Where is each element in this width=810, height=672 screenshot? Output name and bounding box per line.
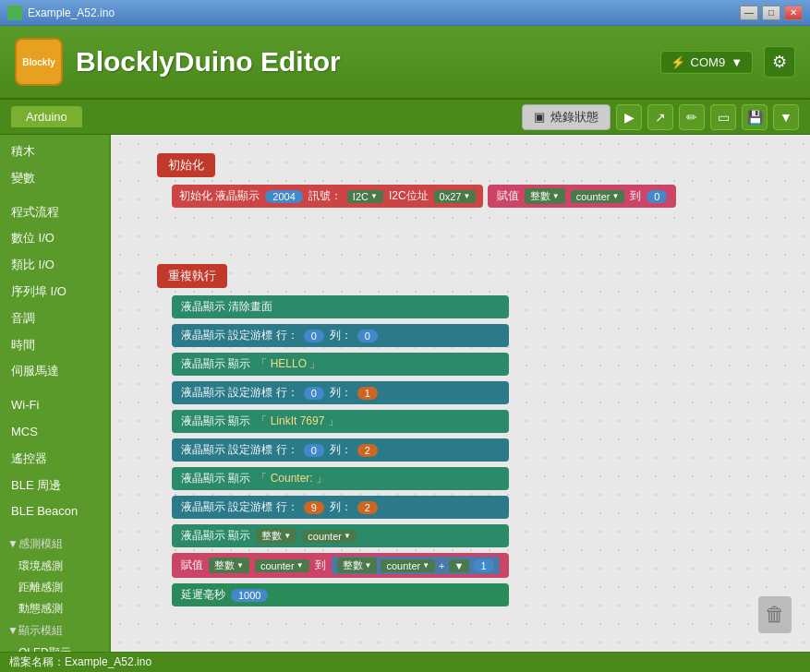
col-2-3[interactable]: 2 bbox=[357, 444, 378, 457]
counter-text: 「 Counter: 」 bbox=[256, 471, 327, 486]
init-value[interactable]: 0 bbox=[647, 190, 667, 203]
burn-icon: ▣ bbox=[534, 110, 545, 124]
sidebar-item-vars[interactable]: 變數 bbox=[0, 165, 109, 192]
math-type[interactable]: 整數 ▼ bbox=[337, 558, 378, 573]
sidebar-group-sensors[interactable]: ▼感測模組 bbox=[0, 533, 109, 556]
type-dropdown-loop[interactable]: 整數 ▼ bbox=[209, 558, 249, 573]
export-button[interactable]: ↗ bbox=[647, 104, 673, 130]
sidebar-group-display[interactable]: ▼顯示模組 bbox=[0, 619, 109, 642]
type-dropdown-init[interactable]: 整數 ▼ bbox=[525, 188, 565, 204]
lcd-show-counter-label[interactable]: 液晶顯示 顯示 「 Counter: 」 bbox=[172, 467, 509, 490]
assign-block-loop[interactable]: 賦值 整數 ▼ counter ▼ 到 整數 ▼ counter ▼ + ▼ 1 bbox=[172, 553, 509, 578]
delay-block[interactable]: 延遲毫秒 1000 bbox=[172, 583, 509, 606]
lcd-clear-label: 液晶顯示 清除畫面 bbox=[181, 299, 272, 315]
row-0-1[interactable]: 0 bbox=[304, 330, 324, 342]
sidebar-item-oled[interactable]: OLED顯示 bbox=[0, 642, 109, 652]
toolbar-right: ▣ 燒錄狀態 ▶ ↗ ✏ ▭ 💾 ▼ bbox=[522, 104, 799, 130]
lcd-cursor-label-4: 液晶顯示 設定游標 行： bbox=[181, 499, 298, 515]
lcd-cursor-label-3: 液晶顯示 設定游標 行： bbox=[181, 442, 298, 458]
sidebar-item-remote[interactable]: 遙控器 bbox=[0, 446, 109, 473]
var-dropdown-init[interactable]: counter ▼ bbox=[571, 190, 625, 203]
rect-button[interactable]: ▭ bbox=[710, 104, 736, 130]
lcd-size-value[interactable]: 2004 bbox=[265, 190, 302, 203]
plus-icon: + bbox=[439, 560, 444, 571]
lcd-show-counter-var[interactable]: 液晶顯示 顯示 整數 ▼ counter ▼ bbox=[172, 524, 509, 547]
sidebar-item-dist[interactable]: 距離感測 bbox=[0, 577, 109, 598]
init-lcd-block[interactable]: 初始化 液晶顯示 2004 訊號： I2C ▼ I2C位址 0x27 ▼ bbox=[172, 185, 483, 208]
math-var[interactable]: counter ▼ bbox=[381, 559, 435, 572]
sidebar-item-env[interactable]: 環境感測 bbox=[0, 556, 109, 577]
sidebar-item-digital[interactable]: 數位 I/O bbox=[0, 225, 109, 252]
lcd-show-label-4: 液晶顯示 顯示 bbox=[181, 528, 250, 544]
play-button[interactable]: ▶ bbox=[616, 104, 642, 130]
col-0-1[interactable]: 0 bbox=[357, 330, 378, 342]
blocks-area[interactable]: 初始化 初始化 液晶顯示 2004 訊號： I2C ▼ I2C位址 0x27 ▼… bbox=[111, 135, 810, 652]
lcd-cursor-1[interactable]: 液晶顯示 設定游標 行： 0 列： 0 bbox=[172, 324, 509, 347]
com-selector[interactable]: ⚡ COM9 ▼ bbox=[660, 51, 753, 74]
sidebar-item-mcs[interactable]: MCS bbox=[0, 419, 109, 446]
app-icon bbox=[7, 6, 22, 20]
sidebar-item-time[interactable]: 時間 bbox=[0, 332, 109, 359]
save-icon: 💾 bbox=[747, 110, 763, 125]
assign-block-init[interactable]: 賦值 整數 ▼ counter ▼ 到 0 bbox=[488, 185, 677, 208]
lcd-cursor-4[interactable]: 液晶顯示 設定游標 行： 9 列： 2 bbox=[172, 496, 509, 519]
close-button[interactable]: ✕ bbox=[784, 6, 803, 20]
row-9-4[interactable]: 9 bbox=[304, 501, 324, 514]
lcd-cursor-3[interactable]: 液晶顯示 設定游標 行： 0 列： 2 bbox=[172, 438, 509, 462]
tab-arduino[interactable]: Arduino bbox=[11, 106, 82, 127]
init-label: 初始化 bbox=[157, 153, 215, 177]
col-2-4[interactable]: 2 bbox=[357, 501, 378, 514]
header-right: ⚡ COM9 ▼ ⚙ bbox=[660, 46, 795, 78]
hello-text: 「 HELLO 」 bbox=[256, 356, 320, 372]
rect-icon: ▭ bbox=[718, 110, 730, 125]
var-show-dropdown[interactable]: counter ▼ bbox=[302, 530, 357, 543]
init-section: 初始化 初始化 液晶顯示 2004 訊號： I2C ▼ I2C位址 0x27 ▼… bbox=[157, 153, 676, 210]
assign-label-loop: 賦值 bbox=[181, 558, 203, 573]
save-button[interactable]: 💾 bbox=[742, 104, 768, 130]
math-expr[interactable]: 整數 ▼ counter ▼ + ▼ 1 bbox=[332, 557, 500, 574]
lcd-show-hello[interactable]: 液晶顯示 顯示 「 HELLO 」 bbox=[172, 353, 509, 376]
row-0-3[interactable]: 0 bbox=[304, 444, 324, 457]
sidebar-item-serial[interactable]: 序列埠 I/O bbox=[0, 279, 109, 306]
edit-icon: ✏ bbox=[686, 110, 697, 125]
edit-button[interactable]: ✏ bbox=[679, 104, 705, 130]
lcd-cursor-2[interactable]: 液晶顯示 設定游標 行： 0 列： 1 bbox=[172, 381, 509, 404]
more-button[interactable]: ▼ bbox=[773, 104, 799, 130]
sidebar-item-servo[interactable]: 伺服馬達 bbox=[0, 358, 109, 385]
sidebar-item-tone[interactable]: 音調 bbox=[0, 306, 109, 332]
loop-section: 重複執行 液晶顯示 清除畫面 液晶顯示 設定游標 行： 0 列： 0 bbox=[157, 264, 509, 608]
window-controls: — □ ✕ bbox=[740, 6, 803, 20]
logo-text: Blockly bbox=[22, 57, 55, 67]
window-title: Example_A52.ino bbox=[28, 6, 740, 19]
type-show-dropdown[interactable]: 整數 ▼ bbox=[256, 528, 296, 544]
sidebar-item-flow[interactable]: 程式流程 bbox=[0, 199, 109, 226]
lcd-clear-block[interactable]: 液晶顯示 清除畫面 bbox=[172, 295, 509, 318]
lcd-show-linkit[interactable]: 液晶顯示 顯示 「 LinkIt 7697 」 bbox=[172, 410, 509, 433]
sidebar-item-blocks[interactable]: 積木 bbox=[0, 138, 109, 165]
burn-status-button[interactable]: ▣ 燒錄狀態 bbox=[522, 104, 611, 130]
com-label: COM9 bbox=[691, 55, 726, 69]
col-1-2[interactable]: 1 bbox=[357, 387, 378, 400]
com-arrow: ▼ bbox=[731, 55, 743, 69]
addr-dropdown[interactable]: 0x27 ▼ bbox=[434, 190, 477, 203]
maximize-button[interactable]: □ bbox=[762, 6, 780, 20]
delay-value[interactable]: 1000 bbox=[231, 589, 268, 602]
sidebar-item-wifi[interactable]: Wi-Fi bbox=[0, 392, 109, 419]
plus-value[interactable]: 1 bbox=[473, 559, 493, 572]
var-dropdown-loop[interactable]: counter ▼ bbox=[255, 559, 309, 572]
status-text: 檔案名稱：Example_A52.ino bbox=[9, 654, 151, 670]
sidebar-item-beacon[interactable]: BLE Beacon bbox=[0, 498, 109, 525]
row-0-2[interactable]: 0 bbox=[304, 387, 324, 400]
to-label-init: 到 bbox=[630, 188, 641, 204]
sidebar-item-analog[interactable]: 類比 I/O bbox=[0, 252, 109, 279]
i2c-dropdown[interactable]: I2C ▼ bbox=[347, 190, 383, 203]
settings-button[interactable]: ⚙ bbox=[764, 46, 795, 78]
minimize-button[interactable]: — bbox=[740, 6, 758, 20]
sidebar-item-ble[interactable]: BLE 周邊 bbox=[0, 473, 109, 499]
i2c-addr-label: I2C位址 bbox=[389, 188, 429, 204]
usb-icon: ⚡ bbox=[671, 55, 685, 69]
delay-label: 延遲毫秒 bbox=[181, 587, 225, 603]
trash-icon: 🗑 bbox=[758, 596, 792, 633]
plus-dropdown[interactable]: ▼ bbox=[449, 559, 470, 572]
sidebar-item-motion[interactable]: 動態感測 bbox=[0, 598, 109, 619]
